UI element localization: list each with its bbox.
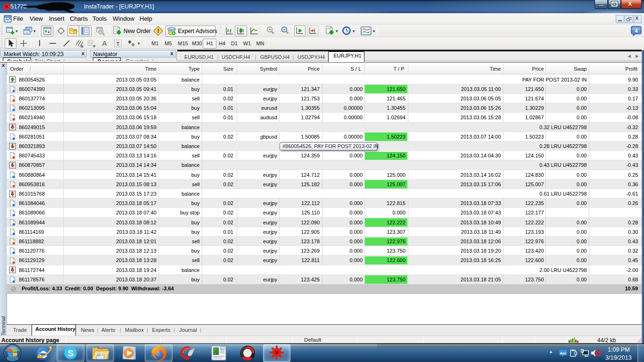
svg-text:S: S xyxy=(67,348,74,358)
svg-text:F: F xyxy=(93,44,96,48)
svg-text:4: 4 xyxy=(635,28,638,33)
svg-text:E: E xyxy=(81,44,83,48)
svg-text:!: ! xyxy=(157,28,159,34)
svg-text:Aol.: Aol. xyxy=(560,351,566,355)
svg-text:T: T xyxy=(116,41,120,47)
